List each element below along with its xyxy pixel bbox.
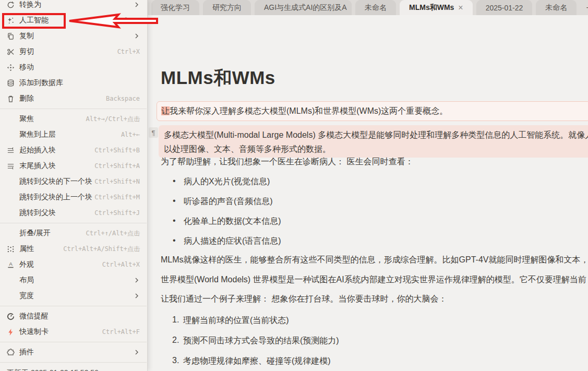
paragraph-text: 我来帮你深入理解多模态大模型(MLMs)和世界模型(WMs)这两个重要概念。 [170, 106, 448, 115]
menu-item-fold-unfold[interactable]: 折叠/展开 Ctrl+↑/Alt+点击 [0, 225, 147, 241]
tab-label: 未命名 [545, 3, 567, 13]
selected-character: 让 [161, 106, 170, 115]
paragraph-line: 以处理图像、文本、音频等多种形式的数据。 [164, 142, 586, 156]
paragraph-world-models[interactable]: 世界模型(World Models) 世界模型是一种试图在AI系统内部建立对现实… [161, 274, 586, 285]
menu-item-shortcut: Ctrl+Shift+N [94, 178, 140, 185]
menu-item-move[interactable]: 移动 [0, 59, 147, 75]
tab-2025-01-22[interactable]: 2025-01-22 [476, 0, 533, 15]
menu-item-focus-parent[interactable]: 聚焦到上层 Alt+← [0, 127, 147, 142]
appearance-icon: A [7, 261, 19, 269]
list-item-text: 化验单上的数据(文本信息) [184, 216, 281, 227]
menu-item-shortcut: Ctrl+Alt+F [102, 328, 140, 336]
tab-label: 研究方向 [212, 3, 242, 13]
menu-item-shortcut: Ctrl+Shift+A [94, 162, 140, 170]
transform-icon [7, 1, 19, 9]
menu-item-shortcut: Alt+→/Ctrl+点击 [86, 115, 140, 124]
tab-label: AGI与生成式AI的区别及A [264, 3, 347, 13]
number-marker: 3. [172, 356, 179, 365]
numbered-item-text: 考虑物理规律如摩擦、碰撞等(规律建模) [183, 356, 331, 367]
list-item-text: 听诊器的声音(音频信息) [184, 196, 273, 207]
menu-item-width[interactable]: 宽度 [0, 288, 147, 304]
menu-item-layout[interactable]: 布局 [0, 272, 147, 288]
menu-item-jump-parent-next[interactable]: 跳转到父块的下一个块 Ctrl+Shift+N [0, 174, 147, 189]
menu-item-label: 宽度 [19, 291, 34, 301]
number-marker: 2. [172, 336, 179, 345]
menu-item-insert-block-end[interactable]: 末尾插入块 Ctrl+Shift+A [0, 158, 147, 174]
tab-label: 强化学习 [161, 3, 190, 13]
editor-area[interactable]: MLMs和WMs 让我来帮你深入理解多模态大模型(MLMs)和世界模型(WMs)… [148, 15, 588, 371]
menu-divider [0, 342, 147, 342]
menu-item-label: 跳转到父块 [19, 208, 56, 218]
annotation-arrow-icon [66, 13, 159, 29]
tab-research-direction[interactable]: 研究方向 [203, 0, 251, 15]
paragraph-doctor-intro[interactable]: 为了帮助理解，让我们想象一个医生在诊断病人： 医生会同时查看： [161, 157, 413, 167]
paragraph-highlighted-mlm[interactable]: 多模态大模型(Multi-modal Large Models) 多模态大模型是… [159, 125, 588, 158]
chevron-right-icon [134, 33, 140, 39]
svg-text:A: A [9, 261, 13, 267]
new-tab-button[interactable]: + [580, 0, 588, 15]
tab-mlms-wms-active[interactable]: MLMs和WMs × [400, 0, 473, 15]
menu-item-shortcut: Backspace [106, 95, 140, 102]
tab-agi-vs-genai[interactable]: AGI与生成式AI的区别及A [255, 0, 352, 15]
scissors-icon [7, 48, 19, 56]
menu-item-shortcut: Ctrl+X [117, 48, 140, 55]
trash-icon [7, 95, 19, 103]
menu-item-wechat-reminder[interactable]: 微信提醒 [0, 308, 147, 324]
chevron-right-icon [134, 277, 140, 283]
menu-item-attributes[interactable]: 属性 Ctrl+Alt+A/Shift+点击 [0, 241, 147, 257]
document-title[interactable]: MLMs和WMs [161, 66, 275, 90]
menu-item-jump-parent[interactable]: 跳转到父块 Ctrl+Shift+J [0, 205, 147, 221]
menu-item-shortcut: Ctrl+Shift+J [94, 209, 140, 217]
block-context-menu: 转换为 人工智能 Alt+X 复制 [0, 0, 148, 371]
menu-item-label: 删除 [19, 94, 34, 103]
menu-item-cut[interactable]: 剪切 Ctrl+X [0, 44, 147, 59]
bullet-marker: • [173, 176, 176, 186]
menu-divider [0, 109, 147, 109]
chevron-right-icon [134, 2, 140, 8]
menu-item-add-to-database[interactable]: 添加到数据库 [0, 75, 147, 91]
menu-item-insert-block-start[interactable]: 起始插入块 Ctrl+Shift+B [0, 142, 147, 158]
menu-item-label: 微信提醒 [19, 312, 49, 321]
menu-item-shortcut: Ctrl+Alt+A/Shift+点击 [63, 245, 140, 254]
paragraph-mlms-doctor[interactable]: MLMs就像这样的医生，能够整合所有这些不同类型的信息，形成综合理解。比如GPT… [161, 255, 588, 266]
menu-item-shortcut: Ctrl+Shift+M [94, 194, 140, 201]
menu-item-copy[interactable]: 复制 [0, 28, 147, 44]
insert-block-start-icon [7, 147, 19, 154]
tab-untitled-1[interactable]: 未命名 [355, 0, 396, 15]
menu-item-delete[interactable]: 删除 Backspace [0, 91, 147, 106]
paragraph-selected-intro[interactable]: 让我来帮你深入理解多模态大模型(MLMs)和世界模型(WMs)这两个重要概念。 [157, 101, 588, 121]
menu-item-appearance[interactable]: A 外观 Ctrl+Alt+X [0, 257, 147, 272]
menu-item-label: 移动 [19, 63, 34, 72]
list-item-text: 病人描述的症状(语言信息) [184, 236, 281, 247]
menu-item-label: 跳转到父块的下一个块 [19, 177, 92, 186]
menu-item-label: 聚焦到上层 [19, 130, 56, 139]
menu-item-shortcut: Ctrl+Shift+B [94, 147, 140, 154]
menu-item-label: 快速制卡 [19, 327, 49, 337]
menu-item-label: 折叠/展开 [19, 229, 51, 238]
menu-item-plugins[interactable]: 插件 [0, 344, 147, 360]
paragraph-billiards-intro[interactable]: 让我们通过一个例子来理解： 想象你在打台球。当你要击球时，你的大脑会： [161, 294, 447, 305]
menu-item-label: 外观 [19, 260, 34, 269]
paragraph-gutter-icon[interactable]: ¶ [149, 127, 158, 138]
bullet-marker: • [173, 236, 176, 245]
menu-item-focus[interactable]: 聚焦 Alt+→/Ctrl+点击 [0, 111, 147, 127]
menu-item-convert-to[interactable]: 转换为 [0, 0, 147, 13]
close-icon[interactable]: × [458, 4, 463, 12]
menu-item-label: 复制 [19, 31, 34, 41]
menu-item-label: 末尾插入块 [19, 161, 56, 171]
tab-label: MLMs和WMs [409, 3, 454, 13]
menu-item-shortcut: Alt+← [121, 131, 140, 138]
attributes-icon [7, 245, 19, 253]
menu-item-quick-flashcard[interactable]: 快速制卡 Ctrl+Alt+F [0, 324, 147, 340]
menu-divider [0, 223, 147, 223]
menu-item-label: 聚焦 [19, 114, 34, 124]
wechat-reminder-icon [7, 313, 19, 320]
menu-item-shortcut: Ctrl+Alt+X [102, 261, 140, 268]
numbered-item-text: 预测不同击球方式会导致的结果(预测能力) [183, 336, 339, 346]
menu-item-label: 添加到数据库 [19, 78, 63, 88]
bullet-marker: • [173, 196, 176, 206]
tab-untitled-2[interactable]: 未命名 [536, 0, 577, 15]
list-item-text: 病人的X光片(视觉信息) [184, 176, 270, 187]
menu-item-jump-parent-prev[interactable]: 跳转到父块的上一个块 Ctrl+Shift+M [0, 189, 147, 205]
menu-item-label: 插件 [19, 348, 34, 357]
